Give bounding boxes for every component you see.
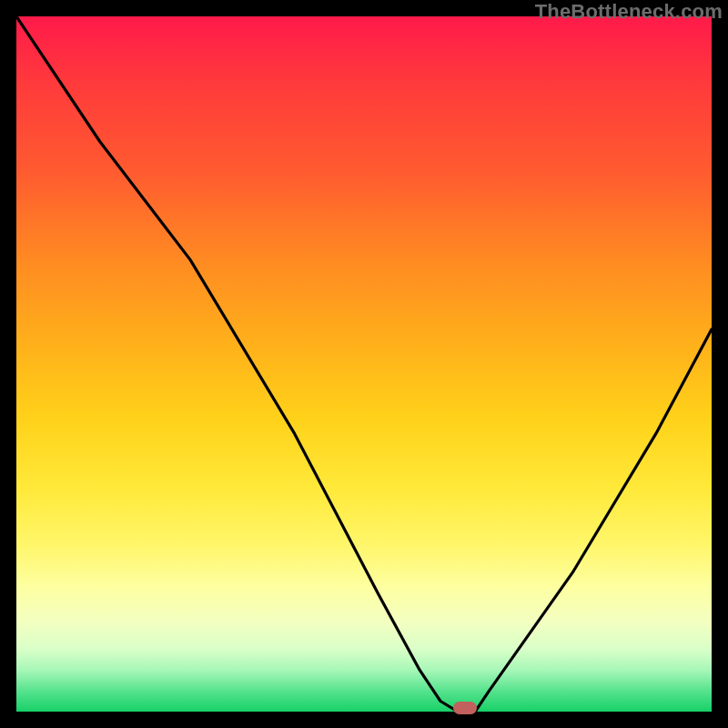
optimum-marker (453, 702, 477, 714)
plot-area (16, 16, 712, 712)
chart-frame: TheBottleneck.com (0, 0, 728, 728)
curve-path (16, 16, 712, 712)
watermark-text: TheBottleneck.com (535, 0, 723, 24)
bottleneck-curve (16, 16, 712, 712)
